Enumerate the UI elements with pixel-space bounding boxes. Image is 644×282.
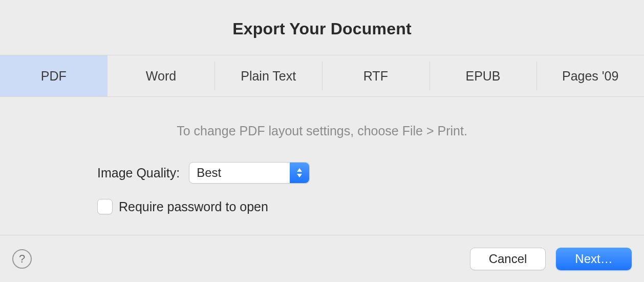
require-password-label: Require password to open: [119, 199, 268, 214]
dialog-footer: ? Cancel Next…: [0, 235, 644, 282]
tab-label: EPUB: [465, 69, 500, 84]
layout-hint: To change PDF layout settings, choose Fi…: [10, 124, 634, 138]
image-quality-label: Image Quality:: [97, 166, 180, 180]
tab-label: Pages '09: [562, 69, 618, 84]
tab-label: Plain Text: [241, 69, 296, 84]
tab-pdf[interactable]: PDF: [0, 55, 108, 96]
tab-rtf[interactable]: RTF: [322, 55, 430, 96]
next-button[interactable]: Next…: [556, 248, 632, 270]
next-label: Next…: [575, 252, 612, 266]
tab-word[interactable]: Word: [108, 55, 215, 96]
require-password-row: Require password to open: [97, 199, 634, 214]
help-icon: ?: [19, 252, 25, 266]
image-quality-row: Image Quality: Best: [97, 162, 634, 184]
tab-content: To change PDF layout settings, choose Fi…: [0, 97, 644, 235]
cancel-button[interactable]: Cancel: [470, 248, 546, 270]
tab-label: Word: [146, 69, 176, 84]
cancel-label: Cancel: [489, 252, 527, 266]
tab-plain-text[interactable]: Plain Text: [214, 55, 322, 96]
tab-epub[interactable]: EPUB: [430, 55, 537, 96]
tab-label: PDF: [41, 69, 67, 84]
tab-pages-09[interactable]: Pages '09: [536, 55, 644, 96]
image-quality-value: Best: [197, 166, 221, 180]
help-button[interactable]: ?: [12, 249, 32, 269]
select-stepper-icon: [290, 163, 309, 183]
require-password-checkbox[interactable]: [97, 199, 113, 214]
tab-label: RTF: [363, 69, 388, 84]
format-tabs: PDF Word Plain Text RTF EPUB Pages '09: [0, 55, 644, 97]
dialog-title: Export Your Document: [0, 0, 644, 55]
image-quality-select[interactable]: Best: [189, 162, 310, 184]
export-dialog: Export Your Document PDF Word Plain Text…: [0, 0, 644, 282]
